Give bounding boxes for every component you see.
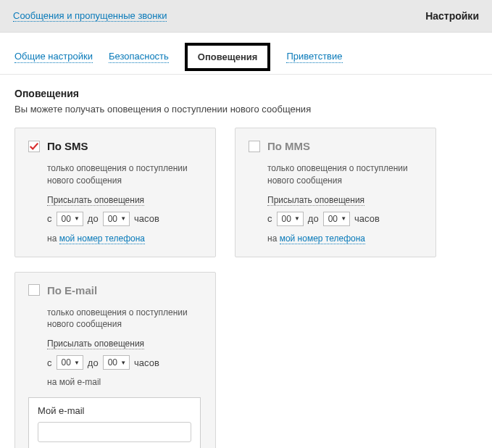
card-mms: По MMS только оповещения о поступлении н… <box>235 128 436 257</box>
to-label: до <box>88 357 99 368</box>
select-email-from[interactable]: 00 <box>57 355 83 370</box>
tab-security[interactable]: Безопасность <box>109 51 169 63</box>
select-email-to[interactable]: 00 <box>103 355 130 370</box>
section-description: Вы можете получать оповещения о поступле… <box>14 104 478 115</box>
card-mms-time-row: с 00 до 00 часов <box>267 212 422 226</box>
card-mms-dest: на мой номер телефона <box>267 233 422 244</box>
card-sms-time-row: с 00 до 00 часов <box>47 212 202 226</box>
card-sms-dest: на мой номер телефона <box>47 233 202 244</box>
card-email-title: По E-mail <box>47 284 97 296</box>
from-label: с <box>267 213 272 224</box>
to-label: до <box>308 213 319 224</box>
check-icon <box>29 141 39 152</box>
checkbox-mms[interactable] <box>249 141 260 152</box>
content: Оповещения Вы можете получать оповещения… <box>0 75 492 448</box>
tabs: Общие настройки Безопасность Оповещения … <box>0 33 492 75</box>
dest-prefix: на <box>267 233 280 244</box>
breadcrumb-link[interactable]: Сообщения и пропущенные звонки <box>13 10 167 22</box>
select-mms-from[interactable]: 00 <box>277 212 304 226</box>
card-sms: По SMS только оповещения о поступлении н… <box>14 128 216 257</box>
hours-label: часов <box>354 213 380 224</box>
checkbox-email[interactable] <box>28 284 40 296</box>
card-mms-info: только оповещения о поступлении нового с… <box>267 162 422 187</box>
tab-notifications-label: Оповещения <box>198 51 258 62</box>
from-label: с <box>47 213 52 224</box>
dest-prefix: на <box>47 233 59 244</box>
email-input-label: Мой e-mail <box>38 405 191 416</box>
card-email-send-label: Присылать оповещения <box>47 339 144 349</box>
to-label: до <box>88 213 99 224</box>
page-title: Настройки <box>425 10 479 22</box>
my-phone-link[interactable]: мой номер телефона <box>280 233 365 244</box>
section-title: Оповещения <box>14 88 478 99</box>
card-mms-title: По MMS <box>267 140 310 152</box>
cards-row: По SMS только оповещения о поступлении н… <box>14 128 478 257</box>
card-email-dest: на мой e-mail <box>47 377 202 387</box>
card-email-time-row: с 00 до 00 часов <box>47 355 202 370</box>
select-mms-to[interactable]: 00 <box>323 212 350 226</box>
my-phone-link[interactable]: мой номер телефона <box>59 233 145 244</box>
checkbox-sms[interactable] <box>28 141 40 152</box>
hours-label: часов <box>134 213 159 224</box>
card-email: По E-mail только оповещения о поступлени… <box>14 272 216 448</box>
tab-notifications-active[interactable]: Оповещения <box>185 43 271 71</box>
top-bar: Сообщения и пропущенные звонки Настройки <box>0 0 492 33</box>
tab-greeting[interactable]: Приветствие <box>286 51 342 63</box>
select-sms-from[interactable]: 00 <box>57 212 83 226</box>
email-input[interactable] <box>38 422 191 442</box>
hours-label: часов <box>134 357 159 368</box>
email-input-box: Мой e-mail <box>28 397 201 448</box>
tab-general[interactable]: Общие настройки <box>14 51 93 63</box>
from-label: с <box>47 357 52 368</box>
card-sms-send-label: Присылать оповещения <box>47 195 144 206</box>
card-mms-send-label: Присылать оповещения <box>267 195 364 206</box>
card-email-info: только оповещения о поступлении нового с… <box>47 307 202 331</box>
card-sms-info: только оповещения о поступлении нового с… <box>47 162 202 187</box>
card-sms-title: По SMS <box>47 140 88 152</box>
select-sms-to[interactable]: 00 <box>103 212 130 226</box>
